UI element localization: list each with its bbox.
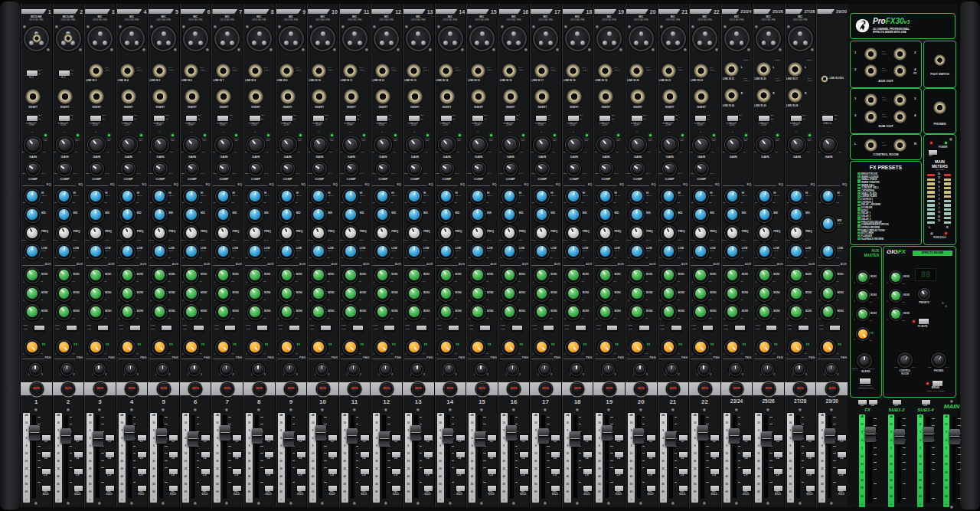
aux-mon3-knob[interactable] (724, 304, 740, 320)
pan-knob[interactable] (538, 363, 551, 376)
eq-low-knob[interactable] (788, 244, 804, 260)
gain-knob[interactable] (87, 136, 106, 154)
eq-hi-knob[interactable] (88, 188, 104, 205)
fx-send-knob[interactable] (311, 339, 327, 355)
fx-mute-switch[interactable] (918, 318, 929, 325)
aux-mon1-knob[interactable] (820, 267, 836, 283)
comp-knob[interactable] (630, 162, 645, 176)
fader-track[interactable] (573, 415, 577, 498)
gain-knob[interactable] (406, 136, 424, 154)
eq-mid-knob[interactable] (88, 207, 104, 223)
eq-low-knob[interactable] (501, 244, 518, 260)
fader-cap[interactable] (570, 431, 580, 447)
fx-send-knob[interactable] (788, 339, 804, 355)
aux-mon1-knob[interactable] (119, 267, 136, 283)
aux-mon2-knob[interactable] (565, 286, 581, 302)
aux-mon2-knob[interactable] (470, 286, 486, 302)
fader-cap[interactable] (379, 431, 390, 447)
eq-mid-knob[interactable] (56, 207, 72, 223)
eq-freq-knob[interactable] (501, 225, 518, 241)
comp-knob[interactable] (472, 162, 486, 176)
fx-send-knob[interactable] (820, 339, 836, 355)
fader-cap[interactable] (894, 429, 905, 444)
aux-mon1-knob[interactable] (247, 267, 263, 283)
comp-knob[interactable] (121, 162, 136, 176)
pan-knob[interactable] (188, 363, 201, 376)
fx-send-knob[interactable] (565, 339, 581, 355)
pre-post-switch[interactable] (224, 325, 236, 331)
aux-mon2-knob[interactable] (438, 286, 454, 302)
eq-hi-knob[interactable] (756, 188, 773, 205)
eq-hi-knob[interactable] (820, 188, 836, 205)
aux-master-fx-knob[interactable] (856, 327, 870, 341)
low-cut-switch[interactable] (185, 115, 198, 122)
aux-mon1-knob[interactable] (724, 267, 740, 283)
comp-knob[interactable] (407, 162, 422, 176)
eq-hi-knob[interactable] (470, 188, 486, 205)
comp-knob[interactable] (57, 162, 72, 176)
aux-mon3-knob[interactable] (342, 304, 358, 320)
aux-mon1-knob[interactable] (183, 267, 199, 283)
pan-knob[interactable] (665, 363, 678, 376)
fx-send-knob[interactable] (470, 339, 486, 355)
fx-send-knob[interactable] (119, 339, 136, 355)
aux-mon2-knob[interactable] (756, 286, 773, 302)
eq-hi-knob[interactable] (183, 188, 199, 205)
aux-mon2-knob[interactable] (311, 286, 327, 302)
eq-hi-knob[interactable] (311, 188, 327, 205)
aux-mon1-knob[interactable] (311, 267, 327, 283)
eq-mid-knob[interactable] (629, 207, 645, 223)
blend-knob[interactable] (857, 353, 872, 369)
gain-knob[interactable] (310, 136, 328, 154)
eq-hi-knob[interactable] (501, 188, 518, 205)
comp-knob[interactable] (153, 162, 168, 176)
fader-track[interactable] (191, 415, 195, 498)
pre-post-switch[interactable] (511, 325, 523, 331)
fx-send-knob[interactable] (724, 339, 740, 355)
eq-hi-knob[interactable] (693, 188, 709, 205)
eq-low-knob[interactable] (183, 244, 199, 260)
low-cut-switch[interactable] (758, 115, 770, 122)
eq-freq-knob[interactable] (279, 225, 295, 241)
eq-mid-knob[interactable] (661, 207, 677, 223)
fader-cap[interactable] (633, 428, 644, 444)
low-cut-switch[interactable] (567, 115, 580, 122)
mute-button[interactable]: MUTE (126, 383, 138, 395)
mute-button[interactable]: MUTE (94, 383, 106, 395)
eq-mid-knob[interactable] (438, 207, 454, 223)
comp-knob[interactable] (344, 162, 358, 176)
aux-mon2-knob[interactable] (788, 286, 804, 302)
pre-post-switch[interactable] (702, 325, 714, 331)
eq-low-knob[interactable] (119, 244, 136, 260)
aux-mon2-knob[interactable] (406, 286, 422, 302)
mute-button[interactable]: MUTE (571, 383, 583, 395)
eq-low-knob[interactable] (152, 244, 168, 260)
pre-post-switch[interactable] (66, 325, 77, 331)
mute-button[interactable]: MUTE (221, 383, 234, 395)
eq-mid-knob[interactable] (820, 216, 836, 232)
fader-cap[interactable] (29, 425, 40, 441)
fx-send-knob[interactable] (406, 339, 422, 355)
gain-knob[interactable] (533, 136, 551, 154)
aux-mon3-knob[interactable] (406, 304, 422, 320)
aux-mon1-knob[interactable] (470, 267, 486, 283)
fader-cap[interactable] (252, 428, 263, 444)
eq-freq-knob[interactable] (438, 225, 454, 241)
aux-mon1-knob[interactable] (661, 267, 677, 283)
fader-cap[interactable] (665, 431, 676, 447)
low-cut-switch[interactable] (90, 115, 102, 122)
gain-knob[interactable] (565, 136, 583, 154)
aux-mon3-knob[interactable] (56, 304, 72, 320)
eq-low-knob[interactable] (438, 244, 454, 260)
pan-knob[interactable] (729, 363, 742, 376)
aux-mon1-knob[interactable] (565, 267, 581, 283)
low-cut-switch[interactable] (599, 115, 611, 122)
gain-knob[interactable] (501, 136, 520, 154)
eq-hi-knob[interactable] (534, 188, 550, 205)
aux-mon3-knob[interactable] (247, 304, 263, 320)
aux-mon3-knob[interactable] (438, 304, 454, 320)
fx-send-knob[interactable] (374, 339, 390, 355)
fader-cap[interactable] (475, 431, 485, 447)
eq-freq-knob[interactable] (565, 225, 581, 241)
comp-knob[interactable] (535, 162, 550, 176)
